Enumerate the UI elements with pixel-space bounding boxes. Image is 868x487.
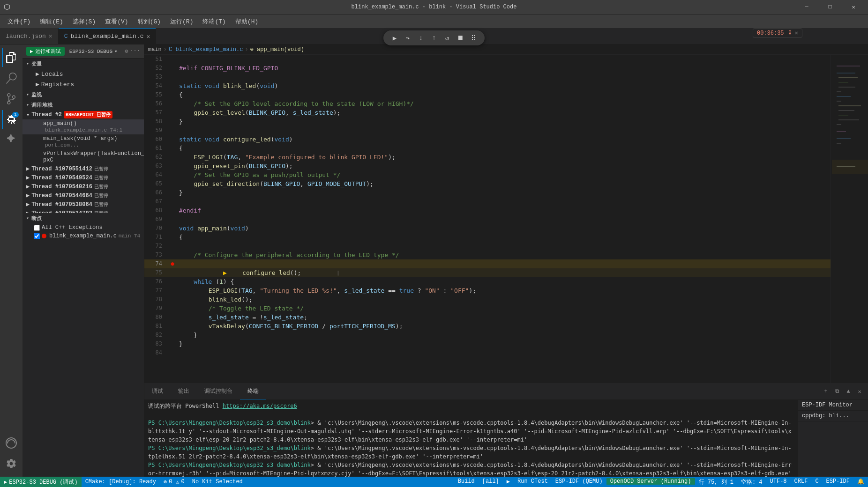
debug-config-selector[interactable]: ESP32-S3 DEBUG ▾ (67, 47, 120, 55)
run-debug-button[interactable]: ▶ ▶ 运行和调试 运行和调试 (26, 47, 65, 56)
table-row: 57 gpio_set_level(BLINK_GPIO, s_led_stat… (144, 108, 831, 117)
bp-checkbox[interactable] (34, 233, 40, 239)
breadcrumb-file[interactable]: C blink_example_main.c (169, 46, 243, 53)
breadcrumb-function[interactable]: ⊕ app_main(void) (250, 46, 304, 53)
variables-section-header[interactable]: ▾ 变量 (22, 59, 144, 69)
close-panel-button[interactable]: ✕ (855, 387, 864, 396)
search-icon[interactable] (2, 69, 21, 88)
bp-all-cpp[interactable]: All C++ Exceptions (22, 223, 144, 232)
menu-goto[interactable]: 转到(G) (134, 15, 165, 28)
status-language[interactable]: C (811, 478, 822, 485)
step-out-button[interactable]: ↑ (428, 32, 440, 44)
status-build-all[interactable]: [all] (479, 478, 503, 485)
registers-item[interactable]: ▶ Registers (22, 79, 144, 89)
panel-tab-debug[interactable]: 调试 (144, 384, 171, 399)
breakpoints-section-header[interactable]: ▾ 断点 (22, 213, 144, 223)
thread-1070540216[interactable]: ▶ Thread #1070540216 已暂停 (22, 182, 144, 191)
tab-label: blink_example_main.c (70, 33, 143, 40)
table-row: 61 { (144, 144, 831, 153)
menu-run[interactable]: 运行(R) (166, 15, 197, 28)
status-openocd[interactable]: OpenOCD Server (Running) (606, 478, 695, 485)
thread-1070538064[interactable]: ▶ Thread #1070538064 已暂停 (22, 200, 144, 209)
thread-1070549524[interactable]: ▶ Thread #1070549524 已暂停 (22, 173, 144, 182)
status-build[interactable]: Build (454, 478, 479, 485)
tab-blink-main[interactable]: C blink_example_main.c ✕ (59, 28, 157, 44)
status-no-kit[interactable]: No Kit Selected (188, 477, 247, 487)
frame-vport[interactable]: vPortTaskWrapper(TaskFunction_t pxC (22, 149, 144, 164)
menu-select[interactable]: 选择(S) (69, 15, 99, 28)
maximize-button[interactable]: □ (819, 0, 841, 14)
menu-edit[interactable]: 编辑(E) (36, 15, 67, 28)
minimap-content (831, 55, 868, 383)
extensions-icon[interactable] (2, 131, 21, 149)
stop-button[interactable]: ⏹ (455, 32, 466, 44)
bp-blink-main[interactable]: blink_example_main.c main 74 (22, 232, 144, 240)
drag-handle[interactable]: ⠿ (468, 32, 479, 44)
thread-1070534792[interactable]: ▶ Thread #1070534792 已暂停 (22, 209, 144, 213)
bp-checkbox[interactable] (34, 225, 40, 231)
status-encoding[interactable]: UTF-8 (766, 478, 791, 485)
frame-main-task[interactable]: main_task(void * args) port_com... (22, 134, 144, 149)
status-errors[interactable]: ⊗ 0 ⚠ 0 (160, 477, 188, 487)
panel-tab-debug-console[interactable]: 调试控制台 (197, 384, 240, 399)
watch-section-header[interactable]: ▾ 监视 (22, 89, 144, 100)
source-control-icon[interactable] (2, 89, 21, 108)
tab-close-icon[interactable]: ✕ (49, 32, 52, 40)
add-terminal-button[interactable]: + (821, 387, 831, 396)
frame-app-main[interactable]: app_main() blink_example_main.c 74:1 (22, 119, 144, 134)
status-bell[interactable]: 🔔 (853, 478, 868, 485)
panel-tab-terminal[interactable]: 终端 (240, 384, 266, 399)
step-over-button[interactable]: ↷ (402, 32, 413, 44)
status-eol[interactable]: CRLF (791, 478, 812, 485)
status-run-ctest[interactable]: Run CTest (514, 478, 552, 485)
settings-icon[interactable] (2, 454, 21, 473)
step-into-button[interactable]: ↓ (415, 32, 427, 44)
status-spaces[interactable]: 空格: 4 (737, 478, 766, 486)
terminal-cppdbg[interactable]: cppdbg: bli... (798, 411, 868, 421)
callstack-section: ▾ Thread #2 BREAKPOINT 已暂停 app_main() bl… (22, 110, 144, 213)
more-actions-icon[interactable]: ··· (130, 48, 140, 55)
close-button[interactable]: ✕ (843, 0, 864, 14)
locals-item[interactable]: ▶ Locals (22, 69, 144, 79)
menu-file[interactable]: 文件(F) (4, 15, 34, 28)
settings-gear-icon[interactable]: ⚙ (125, 48, 128, 55)
table-row: 63 gpio_reset_pin(BLINK_GPIO); (144, 162, 831, 170)
panel-content[interactable]: 调试的跨平台 PowerShell https://aka.ms/pscore6… (144, 400, 798, 477)
tab-launch-json[interactable]: launch.json ✕ (0, 28, 59, 44)
panel-tab-output[interactable]: 输出 (171, 384, 197, 399)
status-esp-idf[interactable]: ESP-IDF (823, 478, 853, 485)
table-row: 75 | (144, 268, 831, 277)
explorer-icon[interactable] (2, 48, 21, 67)
menu-terminal[interactable]: 终端(T) (199, 15, 229, 28)
status-esp-idf-qemu[interactable]: ESP-IDF (QEMU) (552, 478, 606, 485)
table-row: 70 void app_main(void) (144, 224, 831, 233)
thread-1070551412[interactable]: ▶ Thread #1070551412 已暂停 (22, 164, 144, 173)
minimap[interactable] (831, 55, 868, 383)
terminal-esp-idf[interactable]: ESP-IDF Monitor (798, 400, 868, 411)
status-line-col[interactable]: 行 75, 列 1 (695, 478, 737, 486)
status-play[interactable]: ▶ (503, 478, 514, 485)
chevron-icon: ▾ (26, 111, 30, 118)
minimize-button[interactable]: ─ (796, 0, 817, 14)
status-cmake[interactable]: CMake: [Debug]: Ready (82, 477, 160, 487)
menu-help[interactable]: 帮助(H) (232, 15, 262, 28)
continue-button[interactable]: ▶ (389, 32, 400, 44)
code-container[interactable]: 51 52 #elif CONFIG_BLINK_LED_GPIO 53 (144, 55, 831, 383)
status-debug-section[interactable]: ▶ ESP32-S3 DEBUG (调试) (0, 477, 82, 487)
debug-icon[interactable]: 1 (2, 110, 21, 129)
callstack-section-header[interactable]: ▾ 调用堆栈 (22, 100, 144, 110)
split-terminal-button[interactable]: ⧉ (832, 387, 842, 396)
debug-toolbar: ▶ ▶ 运行和调试 运行和调试 ESP32-S3 DEBUG ▾ ⚙ ··· (22, 44, 144, 59)
thread-1070544664[interactable]: ▶ Thread #1070544664 已暂停 (22, 191, 144, 200)
table-row: 82 } (144, 331, 831, 339)
table-row: 79 /* Toggle the LED state */ (144, 304, 831, 313)
table-row: 55 { (144, 90, 831, 99)
tab-close-icon[interactable]: ✕ (147, 33, 150, 40)
thread-2[interactable]: ▾ Thread #2 BREAKPOINT 已暂停 (22, 110, 144, 119)
timer-close[interactable]: ✕ (795, 30, 798, 37)
maximize-panel-button[interactable]: ▲ (844, 387, 853, 396)
restart-button[interactable]: ↺ (441, 32, 453, 44)
chevron-icon: ▾ (26, 102, 30, 108)
remote-icon[interactable] (2, 434, 21, 452)
menu-view[interactable]: 查看(V) (101, 15, 132, 28)
